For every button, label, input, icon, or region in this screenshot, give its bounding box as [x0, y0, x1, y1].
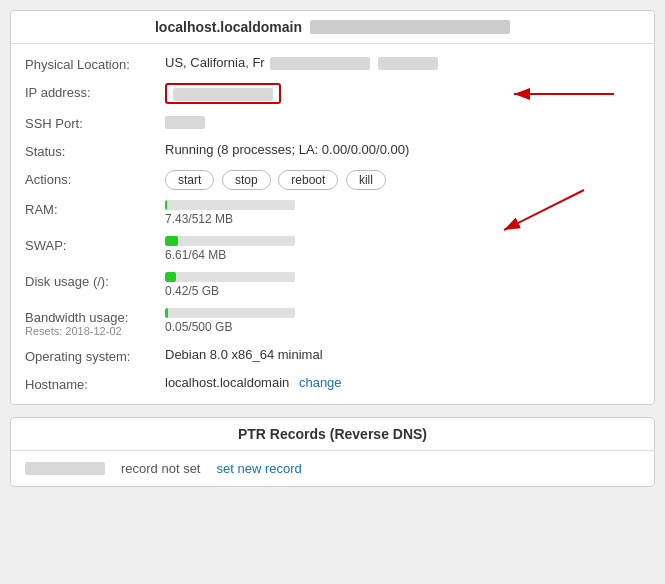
label-disk: Disk usage (/): — [25, 272, 165, 289]
ram-label: 7.43/512 MB — [165, 212, 640, 226]
row-ssh-port: SSH Port: — [11, 109, 654, 137]
panel-title: localhost.localdomain — [155, 19, 302, 35]
value-actions: start stop reboot kill — [165, 170, 640, 190]
row-ip-address: IP address: — [11, 78, 654, 109]
stop-button[interactable]: stop — [222, 170, 271, 190]
label-hostname: Hostname: — [25, 375, 165, 392]
ip-highlight-box — [165, 83, 281, 104]
row-swap: SWAP: 6.61/64 MB — [11, 231, 654, 267]
label-ssh-port: SSH Port: — [25, 114, 165, 131]
bandwidth-progress-bar-wrap — [165, 308, 295, 318]
set-new-record-link[interactable]: set new record — [217, 461, 302, 476]
row-physical-location: Physical Location: US, California, Fr — [11, 50, 654, 78]
swap-label: 6.61/64 MB — [165, 248, 640, 262]
row-disk: Disk usage (/): 0.42/5 GB — [11, 267, 654, 303]
label-physical-location: Physical Location: — [25, 55, 165, 72]
value-disk: 0.42/5 GB — [165, 272, 640, 298]
value-os: Debian 8.0 x86_64 minimal — [165, 347, 640, 362]
physical-location-blurred-2 — [378, 57, 438, 70]
physical-location-text: US, California, Fr — [165, 55, 265, 70]
info-table: Physical Location: US, California, Fr IP… — [11, 44, 654, 404]
ptr-record-status: record not set — [121, 461, 201, 476]
value-hostname: localhost.localdomain change — [165, 375, 640, 390]
value-ip-address — [165, 83, 640, 104]
panel-header: localhost.localdomain — [11, 11, 654, 44]
label-bandwidth: Bandwidth usage: Resets: 2018-12-02 — [25, 308, 165, 337]
ptr-panel: PTR Records (Reverse DNS) record not set… — [10, 417, 655, 487]
value-ram: 7.43/512 MB — [165, 200, 640, 226]
value-status: Running (8 processes; LA: 0.00/0.00/0.00… — [165, 142, 640, 157]
label-bandwidth-main: Bandwidth usage: — [25, 310, 165, 325]
bandwidth-label: 0.05/500 GB — [165, 320, 640, 334]
ram-progress-bar-wrap — [165, 200, 295, 210]
disk-progress-bar-fill — [165, 272, 176, 282]
value-bandwidth: 0.05/500 GB — [165, 308, 640, 334]
ptr-ip-blurred — [25, 462, 105, 475]
panel-title-blurred — [310, 20, 510, 34]
value-physical-location: US, California, Fr — [165, 55, 640, 70]
label-status: Status: — [25, 142, 165, 159]
disk-label: 0.42/5 GB — [165, 284, 640, 298]
start-button[interactable]: start — [165, 170, 214, 190]
bandwidth-progress-bar-fill — [165, 308, 168, 318]
label-ram: RAM: — [25, 200, 165, 217]
ip-address-blurred — [173, 88, 273, 101]
row-status: Status: Running (8 processes; LA: 0.00/0… — [11, 137, 654, 165]
label-ip-address: IP address: — [25, 83, 165, 100]
reboot-button[interactable]: reboot — [278, 170, 338, 190]
kill-button[interactable]: kill — [346, 170, 386, 190]
row-bandwidth: Bandwidth usage: Resets: 2018-12-02 0.05… — [11, 303, 654, 342]
swap-progress-bar-wrap — [165, 236, 295, 246]
ptr-row: record not set set new record — [11, 451, 654, 486]
ram-progress-bar-fill — [165, 200, 167, 210]
value-swap: 6.61/64 MB — [165, 236, 640, 262]
swap-progress-bar-fill — [165, 236, 178, 246]
row-hostname: Hostname: localhost.localdomain change — [11, 370, 654, 398]
label-os: Operating system: — [25, 347, 165, 364]
row-ram: RAM: 7.43/512 MB — [11, 195, 654, 231]
row-actions: Actions: start stop reboot kill — [11, 165, 654, 195]
ptr-header: PTR Records (Reverse DNS) — [11, 418, 654, 451]
change-hostname-link[interactable]: change — [299, 375, 342, 390]
label-bandwidth-sub: Resets: 2018-12-02 — [25, 325, 165, 337]
label-actions: Actions: — [25, 170, 165, 187]
value-ssh-port — [165, 114, 640, 129]
main-panel: localhost.localdomain Physical Location:… — [10, 10, 655, 405]
hostname-text: localhost.localdomain — [165, 375, 289, 390]
disk-progress-bar-wrap — [165, 272, 295, 282]
label-swap: SWAP: — [25, 236, 165, 253]
row-os: Operating system: Debian 8.0 x86_64 mini… — [11, 342, 654, 370]
ssh-port-blurred — [165, 116, 205, 129]
physical-location-blurred-1 — [270, 57, 370, 70]
